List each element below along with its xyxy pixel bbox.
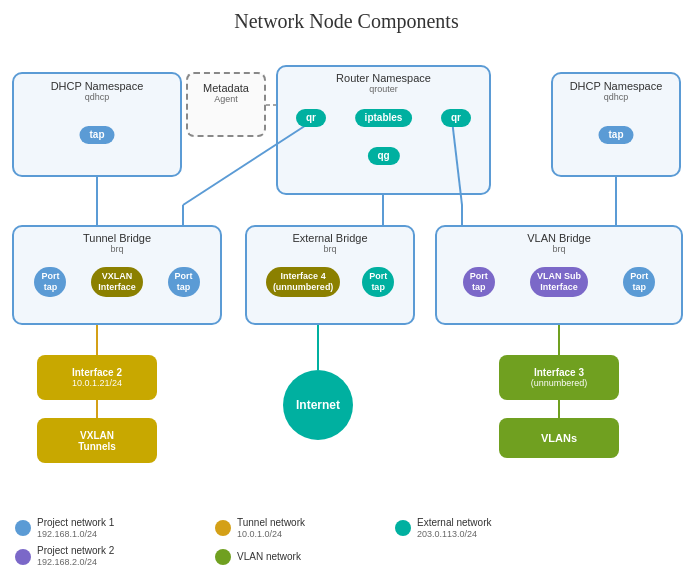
legend-item-vlan: VLAN network	[215, 544, 395, 569]
metadata-sublabel: Agent	[188, 94, 264, 104]
metadata-label: Metadata Agent	[188, 82, 264, 104]
vlan-bridge-sublabel: brq	[437, 244, 681, 254]
router-iptables: iptables	[355, 109, 413, 127]
vlan-bridge-port-tap-right: Port tap	[623, 267, 655, 297]
interface2-label: Interface 2	[72, 367, 122, 378]
router-label: Router Namespace qrouter	[278, 72, 489, 94]
dhcp-right-namespace: DHCP Namespace qdhcp tap	[551, 72, 681, 177]
vlan-bridge-port-tap-left: Port tap	[463, 267, 495, 297]
vlan-bridge: VLAN Bridge brq Port tap VLAN Sub Interf…	[435, 225, 683, 325]
legend-text-tunnel: Tunnel network 10.0.1.0/24	[237, 516, 305, 541]
dhcp-left-namespace: DHCP Namespace qdhcp tap	[12, 72, 182, 177]
internet-label: Internet	[296, 398, 340, 412]
router-qr-left: qr	[296, 109, 326, 127]
interface2-sublabel: 10.0.1.21/24	[72, 378, 122, 388]
legend: Project network 1 192.168.1.0/24 Tunnel …	[15, 516, 595, 569]
vlans-box: VLANs	[499, 418, 619, 458]
vxlan-tunnels-label: VXLAN Tunnels	[78, 430, 116, 452]
legend-text-vlan: VLAN network	[237, 550, 301, 563]
legend-item-tunnel: Tunnel network 10.0.1.0/24	[215, 516, 395, 541]
dhcp-right-tap: tap	[599, 126, 634, 144]
external-bridge-port-tap: Port tap	[362, 267, 394, 297]
tunnel-bridge-title: Tunnel Bridge	[83, 232, 151, 244]
page-title: Network Node Components	[0, 0, 693, 33]
external-bridge: External Bridge brq Interface 4 (unnumbe…	[245, 225, 415, 325]
legend-item-external: External network 203.0.113.0/24	[395, 516, 595, 541]
tunnel-bridge-vxlan: VXLAN Interface	[91, 267, 143, 297]
dhcp-right-label: DHCP Namespace qdhcp	[553, 80, 679, 102]
vxlan-tunnels-box: VXLAN Tunnels	[37, 418, 157, 463]
legend-dot-external	[395, 520, 411, 536]
vlan-bridge-title: VLAN Bridge	[527, 232, 591, 244]
legend-dot-vlan	[215, 549, 231, 565]
vlan-bridge-label: VLAN Bridge brq	[437, 232, 681, 254]
legend-text-project2: Project network 2 192.168.2.0/24	[37, 544, 114, 569]
interface3-sublabel: (unnumbered)	[531, 378, 588, 388]
router-qg: qg	[367, 147, 399, 165]
interface2-box: Interface 2 10.0.1.21/24	[37, 355, 157, 400]
external-bridge-label: External Bridge brq	[247, 232, 413, 254]
legend-dot-tunnel	[215, 520, 231, 536]
dhcp-left-title: DHCP Namespace	[51, 80, 144, 92]
external-bridge-title: External Bridge	[292, 232, 367, 244]
tunnel-bridge-port-tap-left: Port tap	[34, 267, 66, 297]
interface3-label: Interface 3	[534, 367, 584, 378]
legend-item-project1: Project network 1 192.168.1.0/24	[15, 516, 215, 541]
interface3-box: Interface 3 (unnumbered)	[499, 355, 619, 400]
vlan-bridge-vlan-sub: VLAN Sub Interface	[530, 267, 588, 297]
router-title: Router Namespace	[336, 72, 431, 84]
legend-dot-project1	[15, 520, 31, 536]
router-namespace: Router Namespace qrouter qr iptables qr …	[276, 65, 491, 195]
external-bridge-sublabel: brq	[247, 244, 413, 254]
tunnel-bridge: Tunnel Bridge brq Port tap VXLAN Interfa…	[12, 225, 222, 325]
router-qr-right: qr	[441, 109, 471, 127]
metadata-box: Metadata Agent	[186, 72, 266, 137]
external-bridge-interface4: Interface 4 (unnumbered)	[266, 267, 341, 297]
dhcp-right-title: DHCP Namespace	[570, 80, 663, 92]
dhcp-left-tap: tap	[80, 126, 115, 144]
tunnel-bridge-label: Tunnel Bridge brq	[14, 232, 220, 254]
dhcp-left-label: DHCP Namespace qdhcp	[14, 80, 180, 102]
vlans-label: VLANs	[541, 432, 577, 444]
dhcp-left-sublabel: qdhcp	[14, 92, 180, 102]
router-sublabel: qrouter	[278, 84, 489, 94]
legend-dot-project2	[15, 549, 31, 565]
legend-text-project1: Project network 1 192.168.1.0/24	[37, 516, 114, 541]
tunnel-bridge-port-tap-right: Port tap	[168, 267, 200, 297]
legend-text-external: External network 203.0.113.0/24	[417, 516, 491, 541]
tunnel-bridge-sublabel: brq	[14, 244, 220, 254]
metadata-title: Metadata	[203, 82, 249, 94]
legend-item-project2: Project network 2 192.168.2.0/24	[15, 544, 215, 569]
internet-circle: Internet	[283, 370, 353, 440]
dhcp-right-sublabel: qdhcp	[553, 92, 679, 102]
